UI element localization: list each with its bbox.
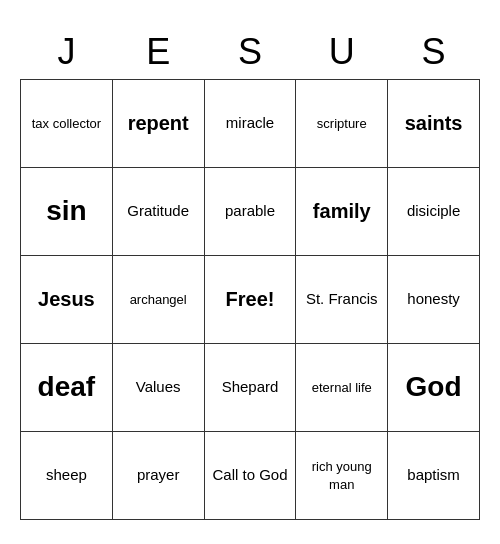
cell-2-4: honesty bbox=[388, 255, 480, 343]
cell-3-4: God bbox=[388, 343, 480, 431]
cell-3-1: Values bbox=[112, 343, 204, 431]
cell-0-3: scripture bbox=[296, 79, 388, 167]
cell-text-3-0: deaf bbox=[38, 371, 96, 402]
cell-text-2-2: Free! bbox=[226, 288, 275, 310]
cell-1-1: Gratitude bbox=[112, 167, 204, 255]
cell-0-4: saints bbox=[388, 79, 480, 167]
cell-4-4: baptism bbox=[388, 431, 480, 519]
cell-4-1: prayer bbox=[112, 431, 204, 519]
cell-text-4-3: rich young man bbox=[312, 459, 372, 492]
cell-text-0-4: saints bbox=[405, 112, 463, 134]
grid-row-4: sheepprayerCall to Godrich young manbapt… bbox=[21, 431, 480, 519]
grid-row-2: JesusarchangelFree!St. Francishonesty bbox=[21, 255, 480, 343]
cell-text-1-2: parable bbox=[225, 202, 275, 219]
cell-text-3-2: Shepard bbox=[222, 378, 279, 395]
cell-1-2: parable bbox=[204, 167, 296, 255]
cell-text-1-4: disiciple bbox=[407, 202, 460, 219]
cell-text-0-0: tax collector bbox=[32, 116, 101, 131]
cell-2-1: archangel bbox=[112, 255, 204, 343]
cell-2-3: St. Francis bbox=[296, 255, 388, 343]
cell-text-4-2: Call to God bbox=[212, 466, 287, 483]
cell-text-1-1: Gratitude bbox=[127, 202, 189, 219]
header-letter-U: U bbox=[296, 25, 388, 80]
cell-text-1-0: sin bbox=[46, 195, 86, 226]
grid-row-0: tax collectorrepentmiraclescripturesaint… bbox=[21, 79, 480, 167]
cell-3-0: deaf bbox=[21, 343, 113, 431]
cell-4-0: sheep bbox=[21, 431, 113, 519]
cell-1-0: sin bbox=[21, 167, 113, 255]
bingo-card: JESUS tax collectorrepentmiraclescriptur… bbox=[20, 25, 480, 520]
cell-text-0-2: miracle bbox=[226, 114, 274, 131]
cell-text-2-0: Jesus bbox=[38, 288, 95, 310]
cell-2-0: Jesus bbox=[21, 255, 113, 343]
cell-text-4-1: prayer bbox=[137, 466, 180, 483]
cell-text-0-1: repent bbox=[128, 112, 189, 134]
cell-text-0-3: scripture bbox=[317, 116, 367, 131]
cell-text-4-0: sheep bbox=[46, 466, 87, 483]
cell-3-2: Shepard bbox=[204, 343, 296, 431]
cell-text-1-3: family bbox=[313, 200, 371, 222]
header-letter-E: E bbox=[112, 25, 204, 80]
cell-1-4: disiciple bbox=[388, 167, 480, 255]
grid-row-3: deafValuesShepardeternal lifeGod bbox=[21, 343, 480, 431]
cell-2-2: Free! bbox=[204, 255, 296, 343]
cell-3-3: eternal life bbox=[296, 343, 388, 431]
cell-text-2-3: St. Francis bbox=[306, 290, 378, 307]
cell-text-3-3: eternal life bbox=[312, 380, 372, 395]
header-letter-S: S bbox=[204, 25, 296, 80]
cell-4-2: Call to God bbox=[204, 431, 296, 519]
header-row: JESUS bbox=[21, 25, 480, 80]
cell-1-3: family bbox=[296, 167, 388, 255]
cell-text-2-1: archangel bbox=[130, 292, 187, 307]
header-letter-S: S bbox=[388, 25, 480, 80]
cell-0-0: tax collector bbox=[21, 79, 113, 167]
grid-row-1: sinGratitudeparablefamilydisiciple bbox=[21, 167, 480, 255]
cell-0-1: repent bbox=[112, 79, 204, 167]
cell-text-2-4: honesty bbox=[407, 290, 460, 307]
header-letter-J: J bbox=[21, 25, 113, 80]
cell-0-2: miracle bbox=[204, 79, 296, 167]
cell-text-3-4: God bbox=[406, 371, 462, 402]
cell-text-3-1: Values bbox=[136, 378, 181, 395]
cell-4-3: rich young man bbox=[296, 431, 388, 519]
cell-text-4-4: baptism bbox=[407, 466, 460, 483]
